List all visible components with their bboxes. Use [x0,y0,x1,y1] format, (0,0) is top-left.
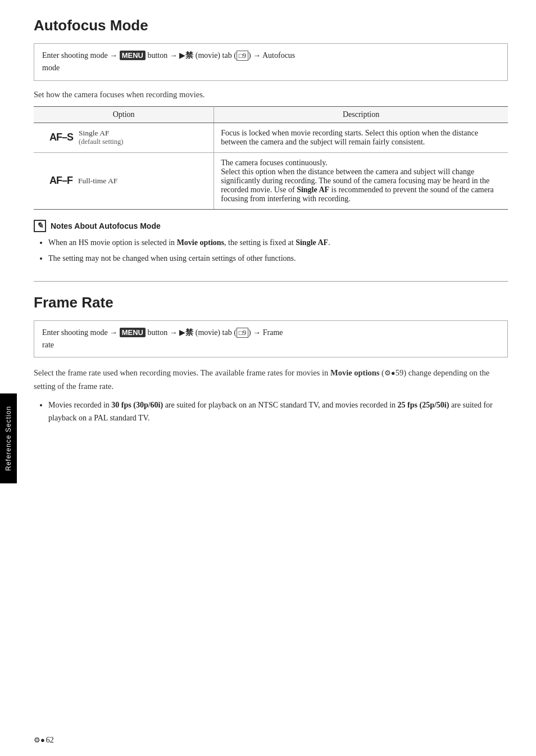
bold-25fps: 25 fps (25p/50i) [398,401,449,409]
nav-movie-symbol: ▶︎禁 [179,51,193,60]
bold-30fps: 30 fps (30p/60i) [111,401,163,409]
fr-nav-arrow1: → [110,328,117,337]
nav-arrow3: → [253,51,261,60]
notes-section: ✎ Notes About Autofocus Mode When an HS … [34,220,508,265]
fr-nav-text-between1: button [147,328,169,337]
page-num-value: 62 [46,736,54,745]
fr-nav-movie-symbol: ▶︎禁 [179,328,193,337]
table-header-description: Description [214,106,508,123]
fr-nav-arrow2: → [170,328,178,337]
list-item: The setting may not be changed when usin… [48,252,508,265]
fr-nav-arrow3: → [253,328,261,337]
frame-rate-body: Select the frame rate used when recordin… [34,366,508,393]
bold-movie-options-1: Movie options [177,238,224,247]
option-cell-aff: AF–F Full-time AF [34,152,214,209]
nav-text-between1: button [147,51,169,60]
option-cell-afs: AF–S Single AF (default setting) [34,123,214,152]
nav-movie-word: (movie) tab ( [196,51,237,60]
list-item: When an HS movie option is selected in M… [48,237,508,249]
bold-single-af-2: Single AF [296,238,328,247]
frame-rate-title: Frame Rate [34,294,508,311]
table-row: AF–F Full-time AF The camera focuses con… [34,152,508,209]
af-symbol-afs: AF–S [49,132,73,143]
nav-page-ref: □9 [237,51,248,61]
option-sub-single-af: (default setting) [79,138,124,146]
fr-nav-text-after-ref: ) [248,328,253,337]
autofocus-title: Autofocus Mode [34,17,508,34]
sidebar-text: Reference Section [4,406,12,471]
sidebar-label: Reference Section [0,393,17,483]
table-header-option: Option [34,106,214,123]
section-divider [34,281,508,282]
list-item: Movies recorded in 30 fps (30p/60i) are … [48,399,508,424]
notes-pencil-icon: ✎ [34,220,46,232]
notes-title: Notes About Autofocus Mode [51,221,161,230]
autofocus-nav-box: Enter shooting mode → MENU button → ▶︎禁 … [34,43,508,81]
frame-rate-list: Movies recorded in 30 fps (30p/60i) are … [34,399,508,424]
page-num-icon: ⚙● [34,736,45,745]
nav-arrow1: → [110,51,117,60]
bold-movie-options-fr: Movie options [330,368,379,377]
description-cell-afs: Focus is locked when movie recording sta… [214,123,508,152]
frame-rate-nav-box: Enter shooting mode → MENU button → ▶︎禁 … [34,320,508,358]
description-cell-aff: The camera focuses continuously. Select … [214,152,508,209]
nav-text-before: Enter shooting mode [42,51,110,60]
fr-menu-button-label: MENU [120,328,146,337]
bold-single-af: Single AF [297,185,329,194]
menu-button-label: MENU [120,51,146,60]
option-table: Option Description AF–S Single AF (defau… [34,106,508,210]
notes-title-row: ✎ Notes About Autofocus Mode [34,220,508,232]
autofocus-description: Set how the camera focuses when recordin… [34,90,508,99]
option-name-single-af: Single AF [79,129,124,138]
notes-list: When an HS movie option is selected in M… [34,237,508,265]
nav-arrow2: → [170,51,178,60]
table-row: AF–S Single AF (default setting) Focus i… [34,123,508,152]
fr-nav-text-before: Enter shooting mode [42,328,110,337]
af-symbol-aff: AF–F [49,175,72,187]
nav-text-after-ref: ) [248,51,253,60]
movie-options-icon: ⚙● [384,369,396,377]
fr-nav-page-ref: □9 [237,328,248,338]
fr-nav-movie-word: (movie) tab ( [196,328,237,337]
page-number: ⚙● 62 [34,736,54,745]
option-name-fulltime-af: Full-time AF [78,176,117,185]
